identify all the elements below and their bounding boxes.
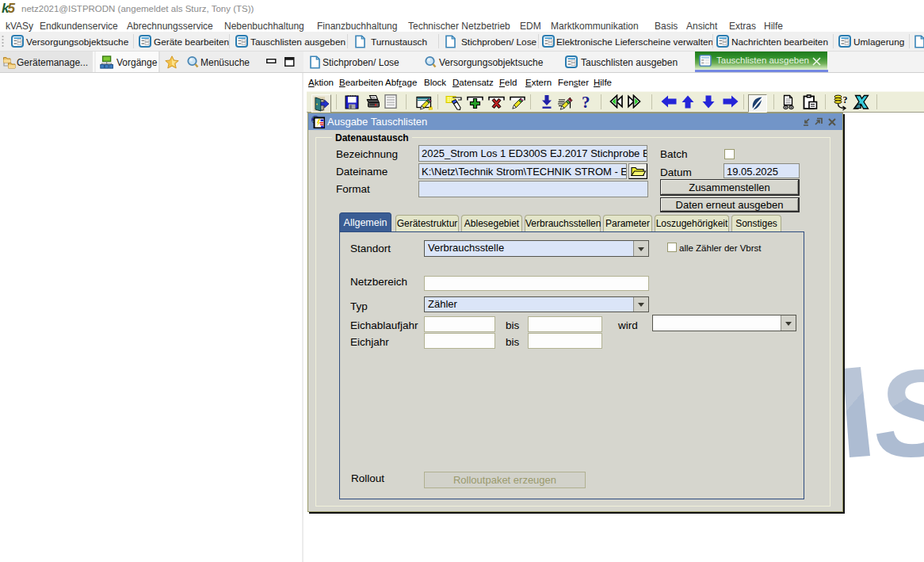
svg-text:S: S: [875, 346, 924, 473]
svg-text:?: ?: [582, 94, 590, 111]
svg-text:?: ?: [843, 94, 848, 105]
